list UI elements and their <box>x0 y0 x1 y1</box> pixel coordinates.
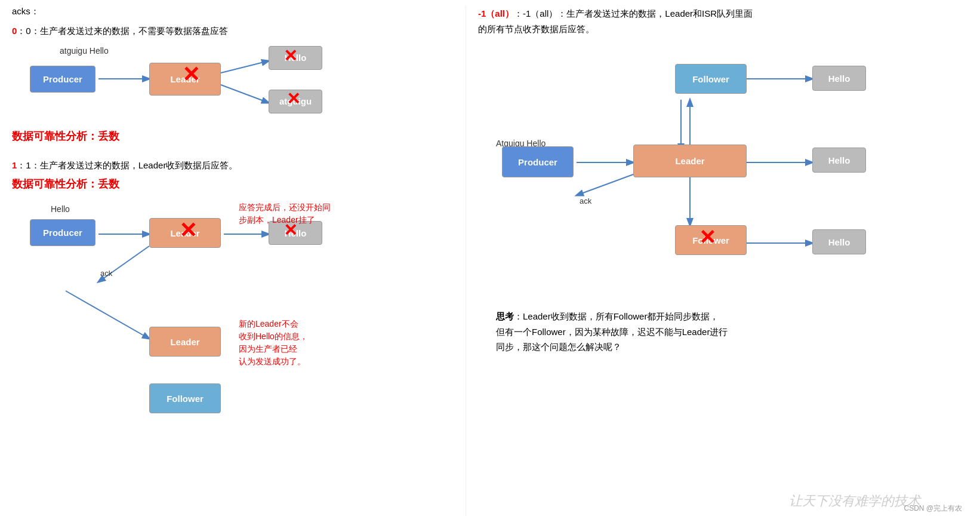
box-atguigu: atguigu <box>269 90 322 113</box>
box-follower-top: Follower <box>675 64 747 94</box>
left-panel: acks： 0：0：生产者发送过来的数据，不需要等数据落盘应答 <box>12 6 466 516</box>
right-section-title: -1（all）：-1（all）：生产者发送过来的数据，Leader和ISR队列里… <box>478 6 968 36</box>
box-leader-0: Leader <box>149 63 221 96</box>
section-0-title: 0：0：生产者发送过来的数据，不需要等数据落盘应答 <box>12 24 454 38</box>
analysis-1: 数据可靠性分析：丢数 <box>12 177 454 191</box>
svg-line-1 <box>221 61 269 73</box>
annotation-1: 应答完成后，还没开始同步副本，Leader挂了 <box>239 201 358 226</box>
ack-label-1: ack <box>100 269 112 278</box>
annotation-2: 新的Leader不会收到Hello的信息，因为生产者已经认为发送成功了。 <box>239 318 370 368</box>
section-1-number: 1 <box>12 160 17 170</box>
right-panel: -1（all）：-1（all）：生产者发送过来的数据，Leader和ISR队列里… <box>466 6 968 516</box>
svg-line-10 <box>577 174 633 195</box>
box-hello-right-mid: Hello <box>812 148 866 173</box>
label-atguigu-hello: atguigu Hello <box>60 46 109 56</box>
box-hello-right-bot: Hello <box>812 229 866 254</box>
diagram-1: Hello Producer Leader ✕ Hello ✕ ack <box>12 198 454 425</box>
right-diagram: Atguigu Hello Follower Hello Producer Le… <box>478 46 968 303</box>
right-number: -1（all） <box>478 8 514 19</box>
ack-label-right: ack <box>580 196 591 205</box>
box-producer-0: Producer <box>30 66 95 93</box>
box-new-leader: Leader <box>149 327 221 357</box>
diagram-0: atguigu Hello Producer Leader ✕ Hello ✕ … <box>12 43 454 127</box>
section-1-label: 1：生产者发送过来的数据，Leader收到数据后应答。 <box>26 160 238 170</box>
box-producer-right: Producer <box>502 146 574 177</box>
watermark: 让天下没有难学的技术 <box>789 492 920 510</box>
box-hello-top: Hello <box>269 46 322 70</box>
thought-text: 思考：Leader收到数据，所有Follower都开始同步数据， 但有一个Fol… <box>478 309 968 355</box>
section-1: 1：1：生产者发送过来的数据，Leader收到数据后应答。 数据可靠性分析：丢数 <box>12 159 454 426</box>
box-leader-right: Leader <box>633 145 747 177</box>
section-0: 0：0：生产者发送过来的数据，不需要等数据落盘应答 <box>12 24 454 143</box>
label-hello: Hello <box>51 204 70 214</box>
section-0-number: 0 <box>12 26 17 36</box>
box-leader-1: Leader <box>149 218 221 248</box>
header-prefix: acks： <box>12 6 454 17</box>
box-hello-right-top: Hello <box>812 66 866 91</box>
thought-label: 思考 <box>496 311 514 321</box>
section-0-label: 0：生产者发送过来的数据，不需要等数据落盘应答 <box>26 26 227 36</box>
box-follower-1: Follower <box>149 383 221 413</box>
header-prefix-text: acks： <box>12 6 39 16</box>
box-follower-bottom: Follower <box>675 225 747 255</box>
csdn-credit: CSDN @完上有农 <box>904 503 962 514</box>
svg-line-2 <box>221 85 269 103</box>
section-1-title: 1：1：生产者发送过来的数据，Leader收到数据后应答。 <box>12 159 454 173</box>
svg-line-6 <box>66 291 149 339</box>
box-producer-1: Producer <box>30 219 95 246</box>
analysis-0: 数据可靠性分析：丢数 <box>12 129 454 143</box>
page: acks： 0：0：生产者发送过来的数据，不需要等数据落盘应答 <box>0 0 980 522</box>
